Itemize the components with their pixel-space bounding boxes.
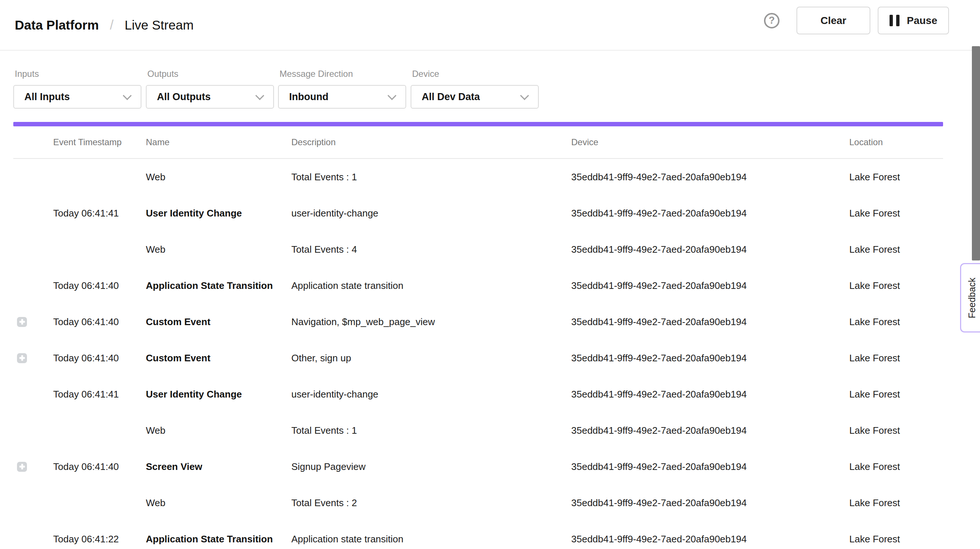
description-cell: user-identity-change xyxy=(291,389,571,400)
table-row[interactable]: WebTotal Events : 135eddb41-9ff9-49e2-7a… xyxy=(13,412,943,448)
vertical-scrollbar-thumb[interactable] xyxy=(972,46,980,260)
name-cell: Application State Transition xyxy=(146,533,291,545)
breadcrumb-current-page: Live Stream xyxy=(125,18,194,32)
expand-cell xyxy=(13,462,53,472)
inputs-dropdown[interactable]: All Inputs xyxy=(13,85,142,109)
filter-group-device: Device All Dev Data xyxy=(410,69,539,109)
location-cell: Lake Forest xyxy=(849,244,943,255)
message-direction-dropdown[interactable]: Inbound xyxy=(278,85,406,109)
clear-button[interactable]: Clear xyxy=(797,6,870,34)
timestamp-cell: Today 06:41:41 xyxy=(53,389,146,400)
description-cell: Signup Pageview xyxy=(291,461,571,472)
timestamp-cell: Today 06:41:41 xyxy=(53,207,146,219)
pause-button-label: Pause xyxy=(907,15,937,27)
pause-button[interactable]: Pause xyxy=(878,6,949,34)
help-icon[interactable]: ? xyxy=(764,13,780,29)
location-cell: Lake Forest xyxy=(849,280,943,292)
location-cell: Lake Forest xyxy=(849,425,943,436)
expand-row-button[interactable] xyxy=(17,353,27,363)
device-cell: 35eddb41-9ff9-49e2-7aed-20afa90eb194 xyxy=(571,316,849,328)
device-cell: 35eddb41-9ff9-49e2-7aed-20afa90eb194 xyxy=(571,461,849,472)
table-row[interactable]: WebTotal Events : 135eddb41-9ff9-49e2-7a… xyxy=(13,159,943,195)
name-cell: Web xyxy=(146,244,291,255)
device-cell: 35eddb41-9ff9-49e2-7aed-20afa90eb194 xyxy=(571,497,849,509)
device-cell: 35eddb41-9ff9-49e2-7aed-20afa90eb194 xyxy=(571,280,849,292)
name-cell: Custom Event xyxy=(146,316,291,328)
table-row[interactable]: Today 06:41:40Application State Transiti… xyxy=(13,268,943,304)
chevron-down-icon xyxy=(520,91,529,100)
table-row[interactable]: Today 06:41:40Screen ViewSignup Pageview… xyxy=(13,448,943,485)
location-cell: Lake Forest xyxy=(849,533,943,545)
name-cell: Web xyxy=(146,425,291,436)
table-row[interactable]: Today 06:41:40Custom EventNavigation, $m… xyxy=(13,304,943,340)
name-cell: Custom Event xyxy=(146,353,291,364)
message-direction-filter-label: Message Direction xyxy=(280,69,406,79)
device-filter-label: Device xyxy=(412,69,539,79)
header-actions: ? Clear Pause xyxy=(764,6,949,34)
name-cell: Web xyxy=(146,171,291,183)
chevron-down-icon xyxy=(255,91,264,100)
expand-row-button[interactable] xyxy=(17,317,27,327)
filters-bar: Inputs All Inputs Outputs All Outputs Me… xyxy=(13,69,943,109)
table-row[interactable]: WebTotal Events : 435eddb41-9ff9-49e2-7a… xyxy=(13,231,943,268)
timestamp-cell: Today 06:41:40 xyxy=(53,280,146,292)
outputs-filter-label: Outputs xyxy=(147,69,274,79)
expand-row-button[interactable] xyxy=(17,462,27,472)
table-row[interactable]: Today 06:41:41User Identity Changeuser-i… xyxy=(13,195,943,231)
outputs-dropdown[interactable]: All Outputs xyxy=(146,85,274,109)
column-header-event-timestamp: Event Timestamp xyxy=(53,137,146,147)
table-row[interactable]: Today 06:41:41User Identity Changeuser-i… xyxy=(13,376,943,412)
description-cell: Total Events : 1 xyxy=(291,171,571,183)
table-row[interactable]: Today 06:41:22Application State Transiti… xyxy=(13,521,943,549)
expand-cell xyxy=(13,317,53,327)
location-cell: Lake Forest xyxy=(849,389,943,400)
event-table-rows: WebTotal Events : 135eddb41-9ff9-49e2-7a… xyxy=(13,159,943,549)
pause-icon xyxy=(889,15,899,26)
filter-group-outputs: Outputs All Outputs xyxy=(146,69,274,109)
timestamp-cell: Today 06:41:40 xyxy=(53,353,146,364)
device-cell: 35eddb41-9ff9-49e2-7aed-20afa90eb194 xyxy=(571,533,849,545)
page-header: Data Platform / Live Stream ? Clear Paus… xyxy=(0,0,980,51)
expand-cell xyxy=(13,353,53,363)
inputs-dropdown-value: All Inputs xyxy=(24,91,70,103)
filter-group-inputs: Inputs All Inputs xyxy=(13,69,142,109)
inputs-filter-label: Inputs xyxy=(15,69,142,79)
device-cell: 35eddb41-9ff9-49e2-7aed-20afa90eb194 xyxy=(571,244,849,255)
table-header: Event Timestamp Name Description Device … xyxy=(13,126,943,159)
column-header-description: Description xyxy=(291,137,571,147)
table-row[interactable]: WebTotal Events : 235eddb41-9ff9-49e2-7a… xyxy=(13,485,943,521)
name-cell: User Identity Change xyxy=(146,207,291,219)
feedback-tab[interactable]: Feedback xyxy=(960,263,980,332)
device-dropdown[interactable]: All Dev Data xyxy=(410,85,539,109)
device-cell: 35eddb41-9ff9-49e2-7aed-20afa90eb194 xyxy=(571,389,849,400)
device-dropdown-value: All Dev Data xyxy=(422,91,480,103)
breadcrumb-separator-icon: / xyxy=(110,18,114,33)
location-cell: Lake Forest xyxy=(849,461,943,472)
column-header-device: Device xyxy=(571,137,849,147)
filter-group-message-direction: Message Direction Inbound xyxy=(278,69,406,109)
name-cell: Application State Transition xyxy=(146,280,291,292)
location-cell: Lake Forest xyxy=(849,207,943,219)
breadcrumb-section[interactable]: Data Platform xyxy=(15,18,99,32)
column-header-location: Location xyxy=(849,137,943,147)
chevron-down-icon xyxy=(123,91,132,100)
description-cell: Application state transition xyxy=(291,280,571,292)
timestamp-cell: Today 06:41:22 xyxy=(53,533,146,545)
description-cell: user-identity-change xyxy=(291,207,571,219)
message-direction-dropdown-value: Inbound xyxy=(289,91,328,103)
breadcrumb: Data Platform / Live Stream xyxy=(15,0,194,50)
chevron-down-icon xyxy=(387,91,396,100)
location-cell: Lake Forest xyxy=(849,353,943,364)
description-cell: Total Events : 1 xyxy=(291,425,571,436)
table-row[interactable]: Today 06:41:40Custom EventOther, sign up… xyxy=(13,340,943,376)
description-cell: Application state transition xyxy=(291,533,571,545)
timestamp-cell: Today 06:41:40 xyxy=(53,461,146,472)
description-cell: Total Events : 4 xyxy=(291,244,571,255)
device-cell: 35eddb41-9ff9-49e2-7aed-20afa90eb194 xyxy=(571,171,849,183)
name-cell: Screen View xyxy=(146,461,291,472)
device-cell: 35eddb41-9ff9-49e2-7aed-20afa90eb194 xyxy=(571,207,849,219)
event-table: Event Timestamp Name Description Device … xyxy=(13,126,943,549)
timestamp-cell: Today 06:41:40 xyxy=(53,316,146,328)
device-cell: 35eddb41-9ff9-49e2-7aed-20afa90eb194 xyxy=(571,425,849,436)
feedback-tab-label: Feedback xyxy=(967,278,977,318)
